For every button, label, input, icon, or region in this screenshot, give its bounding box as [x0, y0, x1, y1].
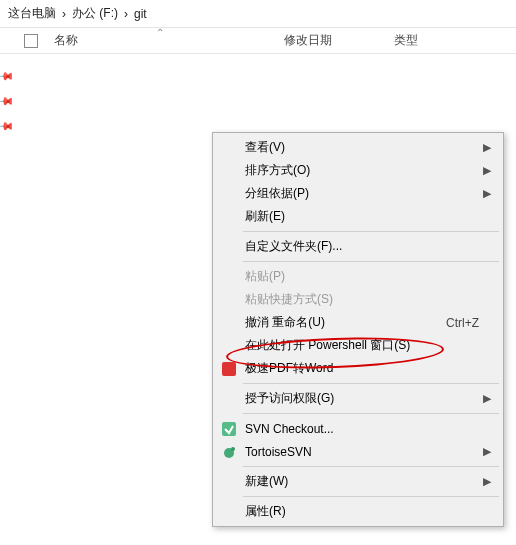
- chevron-right-icon: ▶: [483, 445, 491, 458]
- pdf-icon: [221, 361, 237, 377]
- menu-pdf-to-word[interactable]: 极速PDF转Word: [215, 357, 501, 380]
- crumb-drive[interactable]: 办公 (F:): [72, 5, 118, 22]
- column-date[interactable]: 修改日期: [284, 32, 394, 49]
- menu-paste: 粘贴(P): [215, 265, 501, 288]
- menu-svn-checkout[interactable]: SVN Checkout...: [215, 417, 501, 440]
- menu-group[interactable]: 分组依据(P) ▶: [215, 182, 501, 205]
- chevron-right-icon: ›: [62, 7, 66, 21]
- menu-refresh[interactable]: 刷新(E): [215, 205, 501, 228]
- select-all-checkbox[interactable]: [24, 34, 38, 48]
- menu-paste-shortcut: 粘贴快捷方式(S): [215, 288, 501, 311]
- chevron-right-icon: ›: [124, 7, 128, 21]
- menu-grant-access[interactable]: 授予访问权限(G) ▶: [215, 387, 501, 410]
- column-headers: 名称 ⌃ 修改日期 类型: [0, 28, 516, 54]
- menu-sort[interactable]: 排序方式(O) ▶: [215, 159, 501, 182]
- breadcrumb[interactable]: 这台电脑 › 办公 (F:) › git: [0, 0, 516, 28]
- svg-point-3: [231, 447, 235, 451]
- chevron-right-icon: ▶: [483, 475, 491, 488]
- menu-new[interactable]: 新建(W) ▶: [215, 470, 501, 493]
- menu-separator: [243, 496, 499, 497]
- menu-separator: [243, 413, 499, 414]
- shortcut-label: Ctrl+Z: [446, 316, 479, 330]
- crumb-pc[interactable]: 这台电脑: [8, 5, 56, 22]
- menu-separator: [243, 466, 499, 467]
- chevron-right-icon: ▶: [483, 141, 491, 154]
- crumb-folder[interactable]: git: [134, 7, 147, 21]
- svn-checkout-icon: [221, 421, 237, 437]
- menu-separator: [243, 261, 499, 262]
- svg-rect-0: [222, 362, 236, 376]
- menu-separator: [243, 231, 499, 232]
- chevron-right-icon: ▶: [483, 187, 491, 200]
- quick-access-strip: 📌 📌 📌: [0, 60, 12, 133]
- menu-view[interactable]: 查看(V) ▶: [215, 136, 501, 159]
- column-name[interactable]: 名称: [54, 32, 284, 49]
- menu-undo-rename[interactable]: 撤消 重命名(U) Ctrl+Z: [215, 311, 501, 334]
- chevron-right-icon: ▶: [483, 392, 491, 405]
- menu-properties[interactable]: 属性(R): [215, 500, 501, 523]
- menu-open-powershell[interactable]: 在此处打开 Powershell 窗口(S): [215, 334, 501, 357]
- column-type[interactable]: 类型: [394, 32, 454, 49]
- tortoise-svn-icon: [221, 444, 237, 460]
- chevron-right-icon: ▶: [483, 164, 491, 177]
- context-menu: 查看(V) ▶ 排序方式(O) ▶ 分组依据(P) ▶ 刷新(E) 自定义文件夹…: [212, 132, 504, 527]
- menu-separator: [243, 383, 499, 384]
- sort-indicator-icon: ⌃: [156, 27, 164, 38]
- menu-tortoise-svn[interactable]: TortoiseSVN ▶: [215, 440, 501, 463]
- menu-customize-folder[interactable]: 自定义文件夹(F)...: [215, 235, 501, 258]
